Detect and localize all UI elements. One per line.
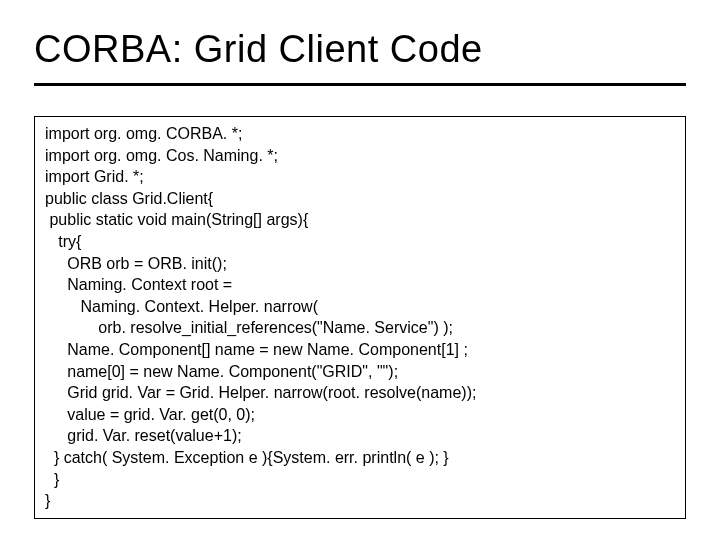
code-line: try{ [45, 233, 81, 250]
code-line: Name. Component[] name = new Name. Compo… [45, 341, 468, 358]
code-line: ORB orb = ORB. init(); [45, 255, 227, 272]
code-line: Grid grid. Var = Grid. Helper. narrow(ro… [45, 384, 476, 401]
page-title: CORBA: Grid Client Code [34, 28, 686, 71]
code-box: import org. omg. CORBA. *; import org. o… [34, 116, 686, 519]
code-line: Naming. Context. Helper. narrow( [45, 298, 318, 315]
code-line: name[0] = new Name. Component("GRID", ""… [45, 363, 398, 380]
code-line: Naming. Context root = [45, 276, 232, 293]
code-line: grid. Var. reset(value+1); [45, 427, 242, 444]
code-line: orb. resolve_initial_references("Name. S… [45, 319, 453, 336]
code-line: value = grid. Var. get(0, 0); [45, 406, 255, 423]
code-line: import Grid. *; [45, 168, 144, 185]
code-line: } catch( System. Exception e ){System. e… [45, 449, 449, 466]
code-line: public class Grid.Client{ [45, 190, 213, 207]
code-line: } [45, 471, 59, 488]
code-line: public static void main(String[] args){ [45, 211, 308, 228]
title-underline [34, 83, 686, 86]
code-line: import org. omg. CORBA. *; [45, 125, 242, 142]
code-line: } [45, 492, 50, 509]
code-line: import org. omg. Cos. Naming. *; [45, 147, 278, 164]
slide: CORBA: Grid Client Code import org. omg.… [0, 0, 720, 540]
